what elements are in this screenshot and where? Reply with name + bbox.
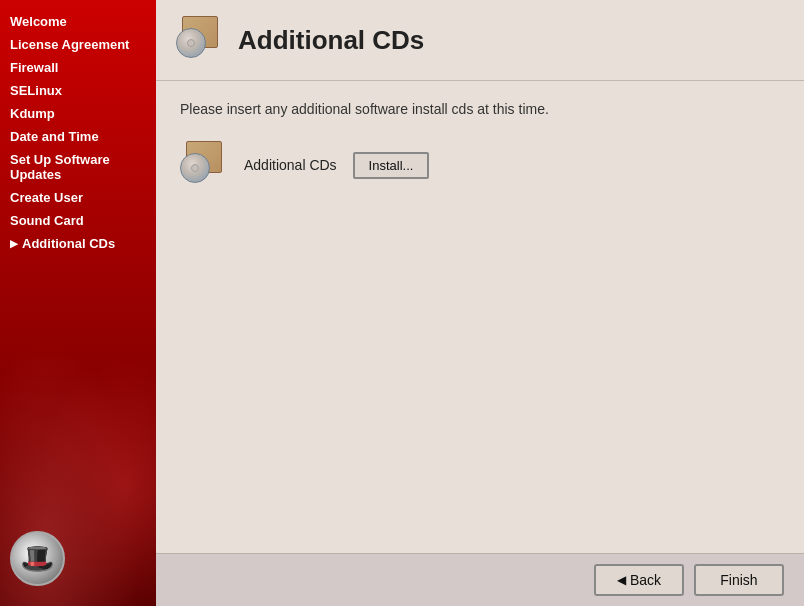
finish-button[interactable]: Finish <box>694 564 784 596</box>
cd-item-label: Additional CDs <box>244 157 337 173</box>
back-button-label: Back <box>630 572 661 588</box>
sidebar-item-license[interactable]: License Agreement <box>0 33 156 56</box>
cd-row-disk-icon <box>180 153 210 183</box>
main-container: Welcome License Agreement Firewall SELin… <box>0 0 804 606</box>
hat-icon: 🎩 <box>20 542 55 575</box>
install-button[interactable]: Install... <box>353 152 430 179</box>
redhat-logo: 🎩 <box>10 531 65 586</box>
sidebar-item-firewall[interactable]: Firewall <box>0 56 156 79</box>
sidebar-item-create-user[interactable]: Create User <box>0 186 156 209</box>
cd-row-hole-icon <box>191 164 199 172</box>
page-title: Additional CDs <box>238 25 424 56</box>
back-arrow-icon: ◀ <box>617 573 626 587</box>
sidebar-item-additional-cds[interactable]: Additional CDs <box>0 232 156 255</box>
cd-hole-icon <box>187 39 195 47</box>
sidebar-item-kdump[interactable]: Kdump <box>0 102 156 125</box>
sidebar-nav: Welcome License Agreement Firewall SELin… <box>0 0 156 255</box>
finish-button-label: Finish <box>720 572 757 588</box>
cd-row: Additional CDs Install... <box>180 141 780 189</box>
sidebar-item-sound-card[interactable]: Sound Card <box>0 209 156 232</box>
sidebar-item-software-updates[interactable]: Set Up Software Updates <box>0 148 156 186</box>
sidebar-logo: 🎩 <box>10 531 65 586</box>
sidebar-item-welcome[interactable]: Welcome <box>0 10 156 33</box>
sidebar-item-selinux[interactable]: SELinux <box>0 79 156 102</box>
cd-disk-icon <box>176 28 206 58</box>
footer: ◀ Back Finish <box>156 553 804 606</box>
content-header: Additional CDs <box>156 0 804 81</box>
content-body: Please insert any additional software in… <box>156 81 804 553</box>
header-cd-icon <box>176 16 224 64</box>
back-button[interactable]: ◀ Back <box>594 564 684 596</box>
description-text: Please insert any additional software in… <box>180 101 780 117</box>
content-area: Additional CDs Please insert any additio… <box>156 0 804 606</box>
sidebar: Welcome License Agreement Firewall SELin… <box>0 0 156 606</box>
sidebar-item-datetime[interactable]: Date and Time <box>0 125 156 148</box>
cd-row-icon <box>180 141 228 189</box>
